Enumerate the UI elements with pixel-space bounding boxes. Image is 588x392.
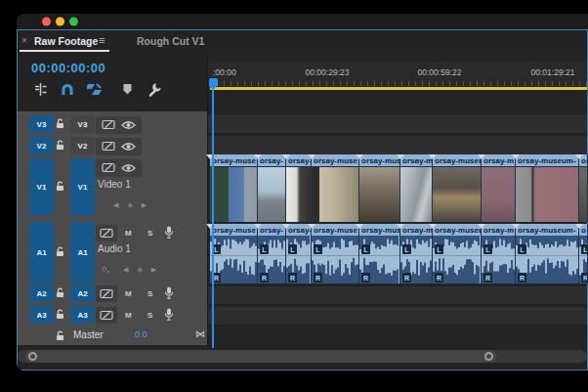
audio-clip[interactable]: orsay-LR (258, 224, 286, 283)
zoom-handle-right[interactable] (484, 352, 493, 361)
voiceover-mic-icon-a3[interactable] (164, 308, 174, 321)
sync-lock-toggle[interactable] (100, 225, 113, 242)
add-keyframe-icon[interactable]: ◆ (127, 201, 132, 208)
clip-edge-marker-video (356, 154, 363, 159)
mute-button-a1[interactable]: M (125, 229, 132, 238)
track-lane-v2[interactable] (208, 135, 587, 155)
master-level-value[interactable]: 0.0 (135, 329, 147, 339)
track-lane-a2[interactable] (208, 285, 587, 305)
video-clip[interactable]: orsay-m (482, 154, 516, 222)
solo-button-a3[interactable]: S (147, 311, 152, 320)
clip-edge-marker-video (429, 154, 437, 159)
sync-lock-toggle[interactable] (100, 285, 113, 303)
video-clip[interactable]: orsay- (286, 154, 312, 222)
add-keyframe-icon[interactable]: ◆ (137, 266, 142, 273)
audio-clip[interactable]: oLR (579, 224, 588, 283)
time-ruler[interactable]: :00:0000:00:29:2300:00:59:2200:01:29:21 (208, 62, 587, 90)
mute-button-a3[interactable]: M (125, 311, 132, 320)
video-clip[interactable]: or (579, 154, 588, 222)
audio-clip[interactable]: orsay-mLR (400, 224, 433, 283)
source-patch-v2[interactable]: V2 (29, 137, 54, 154)
master-track-label[interactable]: Master (73, 329, 104, 340)
channel-separator (433, 255, 481, 256)
solo-button-a2[interactable]: S (147, 289, 152, 298)
show-keyframes-icon[interactable]: ○, (102, 264, 109, 274)
playhead-line (212, 81, 214, 348)
playhead-timecode[interactable]: 00:00:00:00 (31, 61, 105, 75)
voiceover-mic-icon-a1[interactable] (164, 226, 174, 239)
track-lane-v3[interactable] (208, 113, 587, 134)
playhead-handle[interactable] (209, 78, 218, 86)
target-track-a3[interactable]: A3 (70, 306, 95, 324)
nest-sequence-icon[interactable] (31, 81, 49, 97)
sync-lock-toggle[interactable] (102, 138, 115, 155)
lock-icon-a1[interactable] (56, 246, 64, 257)
timeline-settings-icon[interactable] (146, 81, 163, 97)
source-patch-a2[interactable]: A2 (29, 284, 54, 302)
source-patch-v3[interactable]: V3 (29, 115, 54, 133)
mute-button-a2[interactable]: M (125, 289, 132, 298)
clip-edge-marker-video (397, 154, 404, 159)
source-patch-a3[interactable]: A3 (29, 306, 54, 324)
prev-keyframe-icon[interactable]: ◀ (113, 201, 118, 208)
audio-clip[interactable]: orsay-museum-LR (516, 224, 579, 283)
video-clip[interactable]: orsay-mus (359, 154, 400, 222)
sync-lock-toggle[interactable] (102, 159, 115, 177)
minimize-window-button[interactable] (56, 18, 64, 26)
lock-icon-v1[interactable] (56, 181, 64, 192)
track-output-toggle-eye-icon[interactable] (121, 159, 136, 177)
lock-icon-v3[interactable] (56, 118, 64, 129)
track-name-audio-1[interactable]: Audio 1 (98, 243, 131, 254)
track-output-toggle-eye-icon[interactable] (121, 116, 136, 134)
source-patch-a1[interactable]: A1 (29, 222, 54, 283)
prev-keyframe-icon[interactable]: ◀ (123, 266, 128, 273)
video-clip[interactable]: orsay-museu (433, 154, 482, 222)
lock-icon-master[interactable] (56, 330, 64, 341)
solo-button-a1[interactable]: S (147, 229, 152, 238)
tab-raw-footage[interactable]: Raw Footage (34, 35, 98, 47)
linked-selection-icon[interactable] (86, 81, 104, 97)
source-patch-v1[interactable]: V1 (29, 158, 54, 215)
target-track-a2[interactable]: A2 (70, 284, 95, 302)
video-clip[interactable]: orsay-museum- (516, 154, 579, 222)
zoom-handle-left[interactable] (28, 352, 37, 361)
add-marker-icon[interactable] (118, 81, 136, 97)
sync-lock-toggle[interactable] (102, 116, 115, 134)
target-track-v2[interactable]: V2 (70, 137, 95, 154)
master-mix-icon[interactable]: ⋈ (195, 328, 205, 339)
sync-lock-toggle[interactable] (100, 307, 113, 325)
next-keyframe-icon[interactable]: ▶ (151, 266, 156, 273)
video-clip[interactable]: orsay-muse (210, 154, 258, 222)
target-track-a1[interactable]: A1 (70, 222, 95, 283)
lock-icon-a3[interactable] (56, 309, 64, 320)
lock-icon-v2[interactable] (56, 140, 64, 151)
work-area-bar[interactable] (210, 87, 587, 90)
track-output-toggle-eye-icon[interactable] (121, 138, 136, 155)
panel-menu-icon[interactable]: ≡ (99, 34, 105, 46)
tab-rough-cut-v1[interactable]: Rough Cut V1 (137, 35, 204, 47)
voiceover-mic-icon-a2[interactable] (164, 286, 174, 299)
lock-icon-a2[interactable] (56, 287, 64, 298)
horizontal-scrollbar-thumb[interactable] (25, 350, 496, 363)
video-clip[interactable]: orsay- (258, 154, 286, 222)
close-panel-icon[interactable]: × (21, 35, 27, 46)
video-clip[interactable]: orsay-m (400, 154, 433, 222)
audio-clip[interactable]: orsay-LR (286, 224, 312, 283)
close-window-button[interactable] (42, 18, 51, 26)
ruler-tick (531, 81, 532, 86)
audio-clip[interactable]: orsay-mLR (482, 224, 516, 283)
audio-clip[interactable]: orsay-museLR (312, 224, 359, 283)
audio-clip[interactable]: orsay-musLR (359, 224, 400, 283)
ruler-tick (436, 81, 437, 86)
next-keyframe-icon[interactable]: ▶ (142, 201, 147, 208)
track-name-video-1[interactable]: Video 1 (98, 179, 131, 190)
target-track-v1[interactable]: V1 (70, 158, 95, 215)
video-clip[interactable]: orsay-muse (312, 154, 359, 222)
track-lane-a3[interactable] (208, 306, 587, 326)
zoom-window-button[interactable] (69, 18, 78, 26)
audio-clip[interactable]: orsay-museLR (210, 224, 258, 283)
audio-clip[interactable]: orsay-museuLR (433, 224, 482, 283)
target-track-v3[interactable]: V3 (70, 115, 95, 133)
snap-icon[interactable] (59, 81, 76, 97)
window-titlebar[interactable] (17, 14, 588, 29)
